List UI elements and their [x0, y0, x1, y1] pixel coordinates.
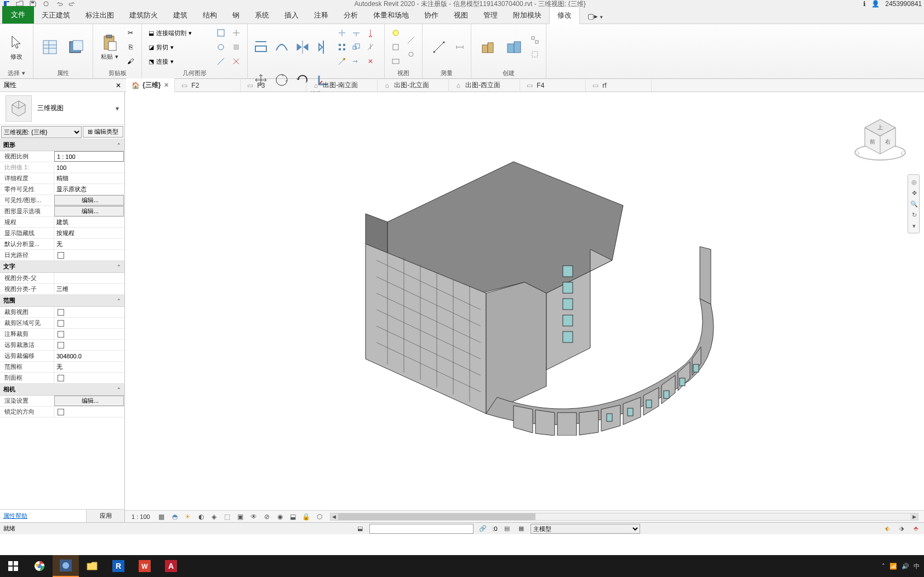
pin-button[interactable]: [364, 26, 377, 39]
start-button[interactable]: [0, 555, 26, 577]
mirror-button[interactable]: [294, 38, 311, 56]
tray-network-icon[interactable]: 📶: [889, 563, 897, 570]
demolish-button[interactable]: [335, 55, 349, 68]
trim-button[interactable]: [350, 26, 363, 39]
nav-dropdown-icon[interactable]: ▾: [909, 221, 919, 231]
tab-steel[interactable]: 钢: [225, 7, 247, 24]
scale-button[interactable]: [350, 41, 363, 54]
info-icon[interactable]: ℹ: [863, 0, 866, 8]
array-button[interactable]: [335, 41, 349, 54]
view-tab-3d[interactable]: 🏠 {三维} ✕: [126, 78, 175, 92]
split-button[interactable]: [335, 26, 349, 39]
close-panel-icon[interactable]: ✕: [116, 82, 121, 89]
unhide-icon[interactable]: 👁: [249, 512, 259, 521]
taskbar-revit-2[interactable]: R: [105, 555, 132, 577]
tab-fire[interactable]: 建筑防火: [122, 7, 166, 24]
taskbar-chrome[interactable]: [26, 555, 53, 577]
tab-manage[interactable]: 管理: [476, 7, 505, 24]
editable-only-icon[interactable]: ▦: [516, 524, 526, 533]
geom-btn-3[interactable]: [214, 55, 227, 68]
pan-icon[interactable]: ✥: [909, 188, 919, 198]
view-canvas[interactable]: 上 前 右 ◎ ✥ 🔍 ↻ ▾ 1 : 100 ▦ ◓ ☀ ◐ ◈ ⬚ ▣ 👁 …: [125, 92, 924, 522]
edit-type-button[interactable]: ⊞编辑类型: [83, 126, 123, 138]
tab-systems[interactable]: 系统: [247, 7, 277, 24]
offset-button[interactable]: [273, 38, 290, 56]
properties-button[interactable]: [38, 37, 62, 57]
copy-button[interactable]: ⎘: [124, 41, 137, 54]
tab-tangent[interactable]: 天正建筑: [34, 7, 78, 24]
join-button[interactable]: ⬔连接 ▾: [146, 55, 212, 68]
geom-btn-1[interactable]: [214, 26, 227, 39]
view-scale[interactable]: 1 : 100: [128, 513, 153, 520]
properties-help-link[interactable]: 属性帮助: [0, 510, 86, 522]
prop-value[interactable]: 编辑...: [54, 195, 124, 205]
tab-massing[interactable]: 体量和场地: [366, 7, 417, 24]
view-tab-f2[interactable]: ▭F2: [175, 79, 241, 92]
prop-category[interactable]: 图形⌃: [0, 139, 124, 151]
align-button[interactable]: [252, 38, 270, 56]
create-btn-2[interactable]: [528, 48, 541, 61]
prop-category[interactable]: 文字⌃: [0, 261, 124, 273]
tab-architecture[interactable]: 建筑: [166, 7, 195, 24]
prop-value[interactable]: [54, 318, 124, 328]
workset-icon[interactable]: ⬓: [355, 524, 365, 533]
tab-structure[interactable]: 结构: [195, 7, 225, 24]
crop-icon[interactable]: ⬚: [223, 512, 232, 521]
taskbar-explorer[interactable]: [79, 555, 105, 577]
view-tab-north[interactable]: ⌂出图-北立面: [378, 78, 449, 92]
paste-button[interactable]: 粘贴 ▾: [98, 33, 122, 62]
prop-value[interactable]: [54, 250, 124, 260]
modify-button[interactable]: 修改: [4, 33, 28, 62]
tray-chevron-icon[interactable]: ˄: [882, 563, 885, 570]
prop-value[interactable]: [54, 329, 124, 339]
dimension-button[interactable]: [453, 41, 466, 54]
view-cube[interactable]: 上 前 右: [853, 114, 908, 163]
tab-analyze[interactable]: 分析: [336, 7, 366, 24]
prop-category[interactable]: 相机⌃: [0, 384, 124, 396]
unpin-button[interactable]: [364, 41, 377, 54]
detail-level-icon[interactable]: ▦: [157, 512, 167, 521]
close-tab-icon[interactable]: ✕: [164, 82, 169, 89]
filter-icon[interactable]: ▤: [502, 524, 512, 533]
zoom-icon[interactable]: 🔍: [909, 199, 919, 209]
temp-hide-icon[interactable]: ⊘: [262, 512, 272, 521]
user-icon[interactable]: 👤: [871, 0, 880, 8]
tray-volume-icon[interactable]: 🔊: [902, 563, 909, 570]
cope-button[interactable]: ⬓连接端切割 ▾: [146, 26, 212, 39]
checkbox-icon[interactable]: [58, 320, 64, 327]
cut-button[interactable]: ✂: [124, 26, 137, 39]
checkbox-icon[interactable]: [58, 252, 64, 259]
scrollbar-thumb[interactable]: [338, 513, 535, 520]
tab-play[interactable]: ▢▸▾: [580, 9, 611, 24]
prop-value[interactable]: 按规程: [54, 228, 124, 238]
prop-value[interactable]: [54, 407, 124, 417]
checkbox-icon[interactable]: [58, 342, 64, 349]
view-btn-2[interactable]: [389, 41, 402, 54]
prop-value[interactable]: 编辑...: [54, 206, 124, 216]
redo-icon[interactable]: [68, 0, 77, 8]
prop-value[interactable]: [54, 273, 124, 283]
view-tab-f4[interactable]: ▭F4: [520, 79, 586, 92]
select-underlay-icon[interactable]: ⬗: [897, 524, 906, 533]
apply-button[interactable]: 应用: [86, 510, 124, 522]
prop-value[interactable]: [54, 373, 124, 383]
type-selector[interactable]: 三维视图 ▾: [0, 92, 124, 125]
prop-value[interactable]: 建筑: [54, 217, 124, 227]
properties-list[interactable]: 图形⌃视图比例1 : 100比例值 1:100详细程度精细零件可见性显示原状态可…: [0, 139, 124, 509]
undo-icon[interactable]: [55, 0, 64, 8]
geom-btn-4[interactable]: [230, 26, 243, 39]
sun-path-icon[interactable]: ☀: [183, 512, 193, 521]
visual-style-icon[interactable]: ◓: [170, 512, 180, 521]
mirror-draw-button[interactable]: [315, 38, 332, 56]
select-link-icon[interactable]: 🔗: [478, 524, 488, 533]
sync-icon[interactable]: [42, 0, 50, 8]
orbit-icon[interactable]: ↻: [909, 210, 919, 220]
worksharing-icon[interactable]: ⬓: [288, 512, 298, 521]
scroll-left-icon[interactable]: ◀: [330, 513, 338, 520]
reveal-icon[interactable]: ◉: [275, 512, 285, 521]
prop-value[interactable]: 304800.0: [54, 351, 124, 361]
crop-region-icon[interactable]: ▣: [236, 512, 246, 521]
type-properties-button[interactable]: [64, 37, 88, 57]
shadows-icon[interactable]: ◐: [196, 512, 206, 521]
view-tab-south[interactable]: ⌂出图-南立面: [306, 78, 378, 92]
